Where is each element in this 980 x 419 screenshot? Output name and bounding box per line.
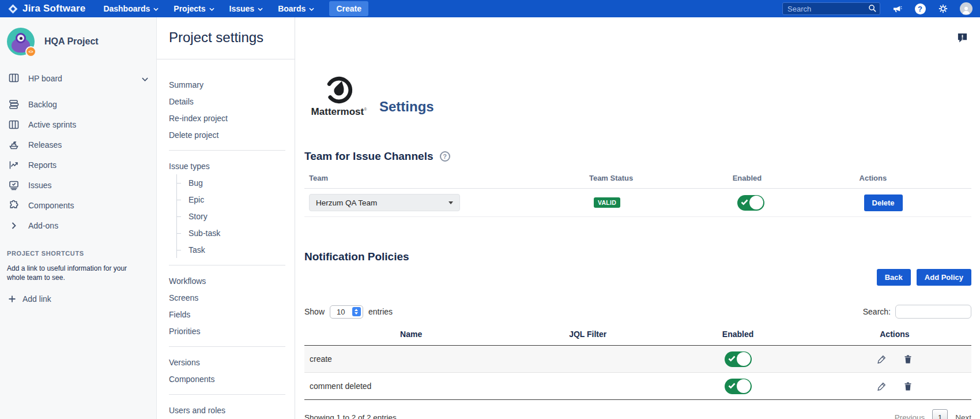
sidebar-item-components[interactable]: Components [0, 195, 156, 215]
sidebar-item-releases[interactable]: Releases [0, 134, 156, 155]
col-actions: Actions [818, 330, 971, 339]
settings-item-issue-types[interactable]: Issue types [169, 158, 285, 174]
toggle-knob [737, 352, 751, 366]
backlog-icon [8, 99, 20, 110]
col-jql-filter: JQL Filter [518, 330, 658, 339]
settings-item-epic[interactable]: Epic [177, 191, 285, 208]
settings-item-subtask[interactable]: Sub-task [177, 225, 285, 241]
nav-issues[interactable]: Issues [229, 4, 263, 13]
policies-search-label: Search: [863, 307, 891, 316]
page-number-button[interactable]: 1 [932, 409, 948, 419]
settings-item-story[interactable]: Story [177, 208, 285, 225]
settings-item-task[interactable]: Task [177, 241, 285, 258]
team-select[interactable]: Herzum QA Team [309, 194, 460, 211]
plugin-brand-name: Mattermost [311, 106, 364, 117]
back-button[interactable]: Back [877, 269, 911, 286]
sidebar-item-label: Components [28, 201, 74, 210]
status-badge: VALID [594, 197, 620, 208]
user-avatar-icon[interactable] [960, 2, 973, 15]
policy-enabled-toggle[interactable] [725, 351, 752, 367]
sidebar-item-label: Active sprints [28, 120, 76, 129]
sidebar-item-reports[interactable]: Reports [0, 155, 156, 175]
team-table-header: Team Team Status Enabled Actions [304, 170, 971, 189]
nav-projects[interactable]: Projects [174, 4, 214, 13]
entries-per-page-select[interactable]: 10 [330, 305, 363, 319]
delete-team-button[interactable]: Delete [864, 194, 903, 211]
settings-item-screens[interactable]: Screens [169, 289, 285, 306]
add-policy-button[interactable]: Add Policy [917, 269, 971, 286]
top-navbar: Jira Software Dashboards Projects Issues… [0, 0, 980, 17]
project-type-badge [25, 46, 36, 57]
components-icon [8, 200, 20, 211]
chevron-down-icon[interactable] [142, 74, 148, 83]
mattermost-logo: Mattermost® [311, 75, 367, 118]
project-sidebar: HQA Project HP board Backlog Ac [0, 17, 157, 419]
nav-boards[interactable]: Boards [278, 4, 314, 13]
sidebar-item-active-sprints[interactable]: Active sprints [0, 114, 156, 134]
board-label: HP board [28, 74, 62, 83]
plus-icon [8, 295, 16, 303]
add-link-button[interactable]: Add link [7, 294, 149, 304]
trash-icon[interactable] [903, 381, 913, 391]
menu-divider [169, 346, 285, 347]
col-name: Name [304, 330, 518, 339]
chevron-down-icon [209, 8, 214, 11]
policy-enabled-toggle[interactable] [725, 379, 752, 394]
settings-item-summary[interactable]: Summary [169, 76, 285, 93]
create-button[interactable]: Create [329, 1, 368, 16]
megaphone-icon[interactable] [891, 2, 903, 15]
next-page-button[interactable]: Next [955, 413, 971, 419]
jira-brand[interactable]: Jira Software [7, 3, 85, 14]
menu-divider [169, 394, 285, 395]
stepper-icon [352, 307, 361, 316]
nav-projects-label: Projects [174, 4, 205, 13]
policies-table: Name JQL Filter Enabled Actions create [304, 324, 971, 400]
chevron-right-icon [8, 220, 20, 231]
sidebar-item-label: Issues [28, 181, 51, 190]
col-enabled: Enabled [728, 174, 855, 182]
help-icon[interactable] [914, 2, 926, 15]
project-header: HQA Project [0, 17, 156, 55]
jira-logo-icon [7, 3, 18, 14]
gear-icon[interactable] [937, 2, 949, 15]
settings-item-priorities[interactable]: Priorities [169, 323, 285, 339]
reports-icon [8, 159, 20, 171]
question-circle-icon[interactable] [440, 151, 450, 162]
edit-icon[interactable] [877, 381, 887, 391]
settings-item-bug[interactable]: Bug [177, 174, 285, 191]
edit-icon[interactable] [877, 354, 887, 364]
team-enabled-toggle[interactable] [737, 195, 764, 211]
nav-boards-label: Boards [278, 4, 306, 13]
toggle-knob [749, 196, 763, 210]
show-label: Show [304, 307, 325, 316]
settings-item-components[interactable]: Components [169, 371, 285, 387]
settings-item-delete-project[interactable]: Delete project [169, 126, 285, 143]
search-icon[interactable] [868, 4, 877, 15]
policy-name: create [304, 354, 518, 364]
settings-item-reindex[interactable]: Re-index project [169, 110, 285, 126]
search-input[interactable] [782, 2, 880, 15]
select-caret-icon [448, 201, 453, 204]
feedback-icon[interactable] [957, 32, 968, 46]
col-team: Team [304, 174, 585, 182]
registered-mark: ® [364, 107, 367, 111]
settings-item-versions[interactable]: Versions [169, 354, 285, 371]
entries-per-page-value: 10 [337, 308, 345, 316]
sidebar-item-issues[interactable]: Issues [0, 175, 156, 195]
nav-dashboards[interactable]: Dashboards [103, 4, 159, 13]
project-shortcuts-section: PROJECT SHORTCUTS Add a link to useful i… [0, 250, 156, 304]
sidebar-item-backlog[interactable]: Backlog [0, 94, 156, 114]
project-avatar [7, 28, 35, 55]
chevron-down-icon [309, 8, 314, 11]
issues-icon [8, 179, 20, 191]
policies-search-input[interactable] [895, 305, 971, 319]
settings-item-details[interactable]: Details [169, 93, 285, 110]
trash-icon[interactable] [903, 354, 913, 364]
settings-item-users-roles[interactable]: Users and roles [169, 402, 285, 418]
sidebar-item-board[interactable]: HP board [0, 69, 156, 88]
settings-item-fields[interactable]: Fields [169, 306, 285, 323]
previous-page-button[interactable]: Previous [895, 413, 925, 419]
policies-section-heading: Notification Policies [304, 250, 971, 263]
sidebar-item-addons[interactable]: Add-ons [0, 215, 156, 235]
settings-item-workflows[interactable]: Workflows [169, 272, 285, 289]
